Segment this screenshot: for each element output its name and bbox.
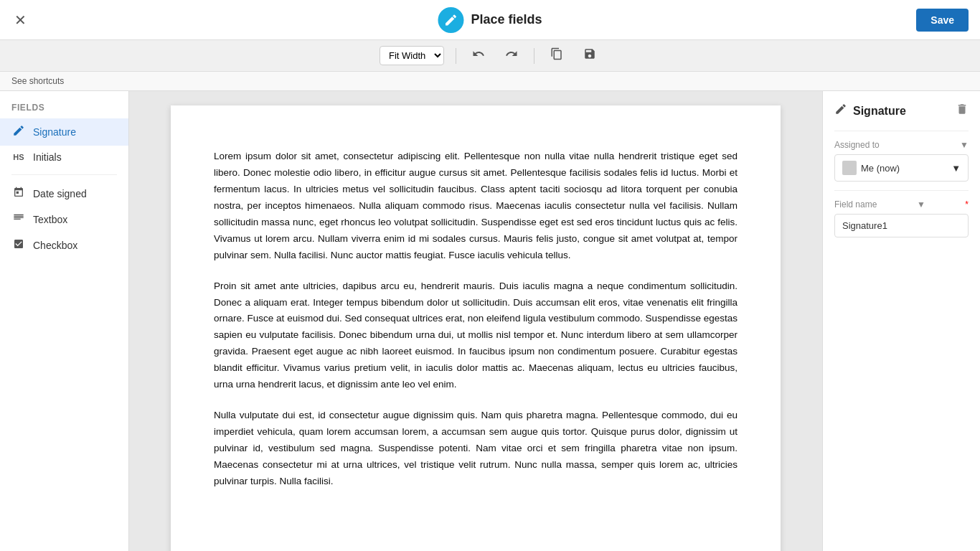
assigned-to-label: Assigned to ▼ [834,140,969,150]
place-fields-icon [438,7,463,33]
sidebar-item-checkbox[interactable]: Checkbox [0,232,128,258]
initials-icon: HS [11,153,26,161]
save-button[interactable]: Save [916,9,969,32]
sidebar-item-textbox[interactable]: Textbox [0,207,128,232]
assignee-dropdown-chevron: ▼ [951,163,961,174]
shortcuts-bar[interactable]: See shortcuts [0,72,980,91]
sidebar-item-signature[interactable]: Signature [0,118,128,146]
signature-icon [11,124,26,140]
fields-title: Fields [0,103,128,118]
field-name-label: Field name ▼ [834,199,969,209]
assignee-avatar [842,161,857,175]
right-panel-title-area: Signature [834,103,906,119]
section-divider-1 [834,131,969,131]
toolbar-divider-1 [456,48,456,64]
top-bar: ✕ Place fields Save [0,0,980,40]
field-name-input[interactable] [834,214,969,237]
zoom-select[interactable]: Fit Width 50% 75% 100% 125% 150% [380,46,444,65]
assigned-to-chevron: ▼ [960,140,969,150]
toolbar-divider-2 [534,48,534,64]
paragraph-3: Nulla vulputate dui est, id consectetur … [214,408,738,490]
undo-button[interactable] [468,44,489,67]
sidebar-item-label-textbox: Textbox [33,214,67,225]
right-panel-signature-icon [834,103,847,119]
right-panel-title: Signature [853,105,906,118]
section-divider-2 [834,190,969,191]
date-signed-icon [11,187,26,201]
sidebar-item-label-date-signed: Date signed [33,188,87,199]
top-bar-center: Place fields [438,7,542,33]
document-page: Lorem ipsum dolor sit amet, consectetur … [171,105,781,551]
checkbox-icon [11,238,26,253]
sidebar-item-label-checkbox: Checkbox [33,240,77,251]
copy-button[interactable] [546,44,567,67]
main-content: Fields Signature HS Initials Date signed… [0,91,980,551]
assignee-select[interactable]: Me (now) ▼ [834,154,969,182]
document-area: Lorem ipsum dolor sit amet, consectetur … [129,91,822,551]
redo-button[interactable] [501,44,522,67]
delete-button[interactable] [956,103,969,119]
field-divider [11,174,117,175]
right-panel-header: Signature [834,103,969,119]
toolbar: Fit Width 50% 75% 100% 125% 150% [0,40,980,72]
place-fields-title: Place fields [471,12,542,27]
left-panel: Fields Signature HS Initials Date signed… [0,91,129,551]
sidebar-item-label-initials: Initials [33,151,62,163]
sidebar-item-initials[interactable]: HS Initials [0,146,128,169]
assignee-value: Me (now) [861,163,900,174]
save-doc-button[interactable] [579,44,600,67]
sidebar-item-label-signature: Signature [33,126,76,138]
textbox-icon [11,212,26,227]
sidebar-item-date-signed[interactable]: Date signed [0,181,128,207]
paragraph-2: Proin sit amet ante ultricies, dapibus a… [214,278,738,394]
right-panel: Signature Assigned to ▼ Me (now) ▼ Field… [822,91,980,551]
assignee-select-inner: Me (now) [842,161,900,175]
close-button[interactable]: ✕ [11,9,29,32]
paragraph-1: Lorem ipsum dolor sit amet, consectetur … [214,149,738,264]
field-name-chevron: ▼ [917,199,925,209]
